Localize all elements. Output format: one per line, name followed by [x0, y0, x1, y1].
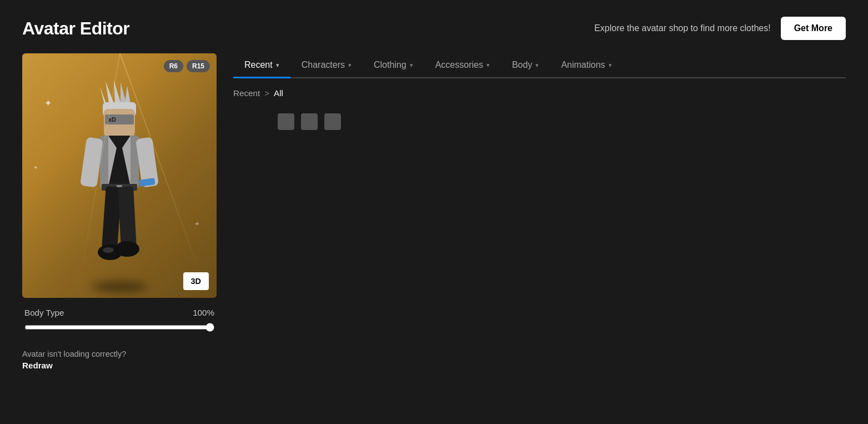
loading-dots-container	[278, 113, 846, 130]
3d-button[interactable]: 3D	[183, 272, 209, 290]
page-title: Avatar Editor	[22, 18, 129, 39]
loading-dot-1	[278, 113, 294, 130]
avatar-shadow	[92, 281, 147, 292]
right-panel: Recent ▾ Characters ▾ Clothing ▾ Accesso…	[233, 53, 846, 371]
avatar-figure: xD xD	[75, 76, 164, 287]
tab-characters[interactable]: Characters ▾	[290, 53, 363, 78]
avatar-preview: R6 R15 xD	[22, 53, 217, 298]
tab-recent-label: Recent	[244, 60, 273, 70]
tab-accessories[interactable]: Accessories ▾	[424, 53, 501, 78]
breadcrumb-separator: >	[264, 88, 269, 98]
tab-body[interactable]: Body ▾	[501, 53, 550, 78]
avatar-badges: R6 R15	[164, 60, 210, 72]
tabs-bar: Recent ▾ Characters ▾ Clothing ▾ Accesso…	[233, 53, 846, 78]
hair-spike-4	[121, 82, 126, 103]
body-type-value: 100%	[193, 308, 214, 317]
badge-r15: R15	[187, 60, 210, 72]
left-panel: R6 R15 xD	[22, 53, 217, 371]
badge-r6: R6	[164, 60, 183, 72]
chevron-down-icon: ▾	[348, 62, 352, 69]
tab-clothing-label: Clothing	[374, 60, 407, 70]
tab-characters-label: Characters	[302, 60, 345, 70]
chevron-down-icon: ▾	[535, 62, 539, 69]
tab-accessories-label: Accessories	[435, 60, 483, 70]
chevron-down-icon: ▾	[486, 62, 490, 69]
sparkle-3: ✦	[194, 220, 200, 228]
header-tagline: Explore the avatar shop to find more clo…	[594, 23, 771, 33]
breadcrumb-parent[interactable]: Recent	[233, 88, 260, 98]
header: Avatar Editor Explore the avatar shop to…	[22, 17, 846, 40]
tab-clothing[interactable]: Clothing ▾	[363, 53, 424, 78]
tab-body-label: Body	[512, 60, 532, 70]
avatar-loading-text: Avatar isn't loading correctly?	[22, 350, 217, 358]
main-content: R6 R15 xD	[22, 53, 846, 371]
breadcrumb: Recent > All	[233, 88, 846, 98]
body-type-slider[interactable]	[24, 323, 214, 332]
leg-right	[118, 186, 137, 248]
boot-right	[115, 241, 139, 257]
chevron-down-icon: ▾	[276, 62, 279, 69]
breadcrumb-current: All	[274, 88, 283, 98]
body-type-label: Body Type	[24, 308, 64, 317]
xd-label: xD	[108, 116, 116, 123]
redraw-button[interactable]: Redraw	[22, 361, 53, 370]
chevron-down-icon: ▾	[410, 62, 413, 69]
hair-spike-5	[125, 86, 131, 104]
loading-dot-2	[301, 113, 318, 130]
header-right: Explore the avatar shop to find more clo…	[594, 17, 846, 40]
get-more-button[interactable]: Get More	[781, 17, 846, 40]
sparkle-2: ✦	[33, 164, 38, 171]
chevron-down-icon: ▾	[609, 62, 612, 69]
tab-animations-label: Animations	[561, 60, 605, 70]
loading-dot-3	[324, 113, 341, 130]
body-type-section: Body Type 100%	[22, 308, 217, 334]
sparkle-1: ✦	[44, 98, 52, 108]
redraw-section: Avatar isn't loading correctly? Redraw	[22, 350, 217, 371]
tab-recent[interactable]: Recent ▾	[233, 53, 290, 78]
boot-left-shine	[103, 247, 114, 253]
tab-animations[interactable]: Animations ▾	[550, 53, 623, 78]
body-type-header: Body Type 100%	[24, 308, 214, 317]
